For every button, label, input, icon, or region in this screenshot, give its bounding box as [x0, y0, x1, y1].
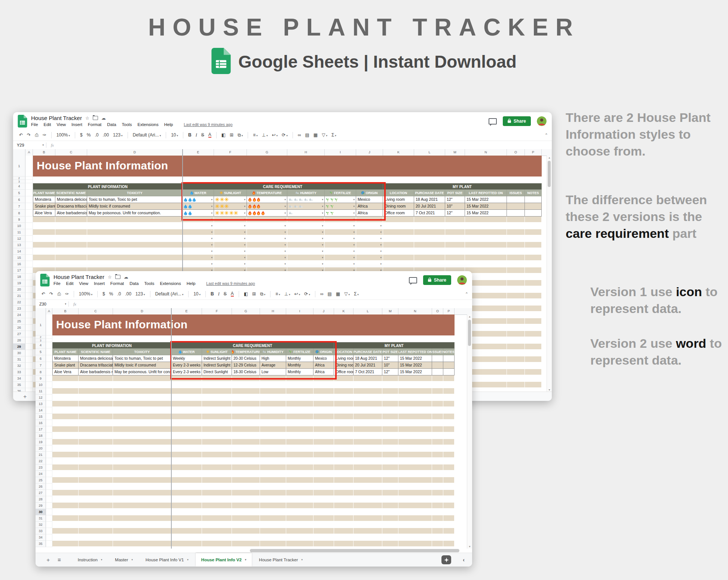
tab-menu-icon[interactable]: ▾ — [101, 558, 103, 561]
empty-cell[interactable] — [52, 477, 79, 484]
empty-cell[interactable] — [465, 248, 507, 255]
empty-cell[interactable]: ▾ — [356, 248, 383, 255]
empty-cell[interactable] — [354, 452, 382, 458]
empty-cell[interactable] — [33, 223, 55, 229]
row-header-16[interactable]: 16 — [13, 261, 25, 267]
empty-cell[interactable] — [398, 496, 432, 503]
empty-cell[interactable] — [202, 464, 232, 471]
empty-cell[interactable] — [171, 477, 202, 484]
empty-cell[interactable]: ▾ — [214, 229, 247, 236]
select-all-corner[interactable] — [13, 149, 25, 156]
empty-cell[interactable] — [334, 522, 354, 528]
column-header-F[interactable]: F — [202, 308, 232, 314]
column-header-J[interactable]: J — [356, 149, 383, 156]
empty-cell[interactable] — [171, 445, 202, 452]
empty-cell[interactable] — [432, 471, 443, 477]
my-plant-cell[interactable]: 20 Jul 2021 — [354, 362, 382, 369]
empty-cell[interactable] — [432, 477, 443, 484]
care-word-cell[interactable]: Africa — [313, 369, 334, 375]
my-plant-cell[interactable]: 15 Mar 2022 — [398, 369, 432, 375]
empty-cell[interactable] — [286, 439, 313, 445]
empty-cell[interactable] — [79, 407, 113, 414]
filter-icon[interactable]: ▽▾ — [322, 132, 327, 138]
empty-cell[interactable] — [286, 388, 313, 395]
empty-cell[interactable] — [525, 299, 542, 306]
empty-cell[interactable] — [334, 503, 354, 509]
my-plant-cell[interactable]: Dining room — [334, 362, 354, 369]
column-header-K[interactable]: K — [383, 149, 414, 156]
plant-info-cell[interactable]: Dracaena trifasciata — [55, 203, 87, 210]
empty-cell[interactable] — [445, 229, 465, 236]
empty-cell[interactable] — [313, 509, 334, 515]
row-header-20[interactable]: 20 — [36, 445, 46, 452]
empty-cell[interactable] — [113, 388, 171, 395]
plant-info-cell[interactable]: Aloe Vera — [52, 369, 79, 375]
insert-chart-icon[interactable]: ▦ — [336, 291, 340, 297]
empty-cell[interactable] — [202, 528, 232, 534]
empty-cell[interactable] — [432, 445, 443, 452]
empty-cell[interactable] — [398, 375, 432, 382]
dropdown-icon[interactable]: ▾ — [244, 263, 245, 266]
empty-cell[interactable] — [383, 223, 414, 229]
empty-cell[interactable] — [334, 484, 354, 490]
empty-cell[interactable] — [171, 534, 202, 541]
empty-cell[interactable] — [171, 458, 202, 464]
row-header-35[interactable]: 35 — [36, 541, 46, 547]
my-plant-cell[interactable]: 7 Oct 2021 — [354, 369, 382, 375]
row-header-15[interactable]: 15 — [36, 414, 46, 420]
empty-cell[interactable] — [79, 420, 113, 426]
empty-cell[interactable] — [398, 433, 432, 439]
column-header-E[interactable]: E — [183, 149, 214, 156]
empty-cell[interactable] — [260, 534, 286, 541]
italic-button[interactable]: I — [196, 132, 197, 138]
plant-info-cell[interactable]: Monstera — [33, 196, 55, 203]
plant-info-cell[interactable]: Toxic to human, Toxic to pet — [87, 196, 183, 203]
empty-cell[interactable] — [79, 528, 113, 534]
empty-cell[interactable] — [79, 452, 113, 458]
merge-cells-icon[interactable]: ⧉▾ — [238, 132, 243, 138]
empty-cell[interactable]: ▾ — [325, 229, 356, 236]
dropdown-icon[interactable]: ▾ — [211, 250, 212, 253]
row-header-4[interactable]: 4 — [13, 183, 25, 190]
empty-cell[interactable] — [260, 388, 286, 395]
empty-cell[interactable] — [313, 395, 334, 401]
empty-cell[interactable]: ▾ — [356, 261, 383, 267]
fill-color-icon[interactable]: ◧ — [221, 132, 226, 138]
empty-cell[interactable] — [382, 458, 398, 464]
empty-cell[interactable]: ▾ — [247, 248, 287, 255]
row-header-31[interactable]: 31 — [36, 515, 46, 522]
empty-cell[interactable] — [52, 490, 79, 496]
my-plant-cell[interactable] — [432, 369, 443, 375]
empty-cell[interactable] — [445, 236, 465, 242]
empty-cell[interactable] — [52, 509, 79, 515]
empty-cell[interactable] — [286, 464, 313, 471]
empty-cell[interactable] — [286, 420, 313, 426]
empty-cell[interactable] — [398, 426, 432, 433]
empty-cell[interactable] — [443, 407, 455, 414]
empty-cell[interactable] — [33, 217, 55, 223]
empty-cell[interactable] — [52, 388, 79, 395]
my-plant-cell[interactable]: 12" — [382, 355, 398, 362]
empty-cell[interactable] — [398, 528, 432, 534]
empty-cell[interactable] — [113, 464, 171, 471]
empty-cell[interactable] — [171, 433, 202, 439]
dropdown-icon[interactable]: ▾ — [322, 218, 323, 221]
empty-cell[interactable] — [260, 420, 286, 426]
star-icon[interactable]: ☆ — [85, 116, 89, 120]
empty-cell[interactable] — [55, 248, 87, 255]
dropdown-icon[interactable]: ▾ — [244, 212, 245, 215]
plant-info-cell[interactable]: Dracaena trifasciata — [79, 362, 113, 369]
empty-cell[interactable] — [525, 217, 542, 223]
row-header-19[interactable]: 19 — [36, 439, 46, 445]
empty-cell[interactable] — [334, 464, 354, 471]
empty-cell[interactable] — [443, 503, 455, 509]
care-flame-cell[interactable]: ▾ — [247, 203, 287, 210]
empty-cell[interactable] — [52, 534, 79, 541]
print-icon[interactable]: ⎙ — [57, 291, 61, 297]
empty-cell[interactable] — [432, 407, 443, 414]
empty-cell[interactable]: ▾ — [247, 261, 287, 267]
empty-cell[interactable] — [443, 534, 455, 541]
empty-cell[interactable] — [232, 484, 260, 490]
empty-cell[interactable] — [202, 515, 232, 522]
empty-cell[interactable] — [414, 217, 445, 223]
